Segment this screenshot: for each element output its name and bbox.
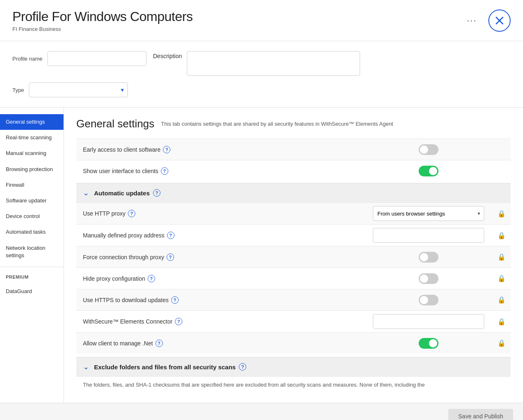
- allow-net-toggle[interactable]: [419, 338, 438, 349]
- profile-name-label: Profile name: [12, 56, 42, 62]
- description-group: Description: [153, 51, 360, 76]
- elements-connector-label: WithSecure™ Elements Connector ?: [76, 313, 365, 330]
- show-ui-help-icon[interactable]: ?: [161, 167, 168, 175]
- show-ui-row: Show user interface to clients ?: [76, 160, 511, 181]
- sidebar-item-general-settings[interactable]: General settings: [0, 114, 64, 130]
- allow-net-row: Allow client to manage .Net ? 🔒: [76, 332, 511, 354]
- early-access-slider: [419, 144, 438, 155]
- lock-icon: 🔒: [497, 318, 506, 326]
- early-access-row: Early access to client software ?: [76, 138, 511, 160]
- early-access-help-icon[interactable]: ?: [163, 146, 170, 153]
- sidebar-item-firewall[interactable]: Firewall: [0, 177, 64, 193]
- show-ui-label: Show user interface to clients ?: [76, 162, 365, 180]
- hide-proxy-help-icon[interactable]: ?: [148, 275, 155, 282]
- sidebar-item-real-time-scanning[interactable]: Real-time scanning: [0, 130, 64, 145]
- exclude-description: The folders, files, and SHA-1 checksums …: [76, 376, 511, 393]
- more-options-button[interactable]: ···: [464, 12, 480, 29]
- force-proxy-help-icon[interactable]: ?: [167, 253, 174, 261]
- proxy-address-input[interactable]: [373, 228, 484, 243]
- https-download-help-icon[interactable]: ?: [171, 296, 179, 304]
- lock-icon: 🔒: [497, 253, 506, 261]
- early-access-label: Early access to client software ?: [76, 141, 365, 158]
- proxy-address-label: Manually defined proxy address ?: [76, 227, 365, 244]
- lock-icon: 🔒: [497, 339, 506, 347]
- sidebar-item-network-location-settings[interactable]: Network location settings: [0, 240, 64, 263]
- hide-proxy-control: [365, 270, 492, 287]
- elements-connector-input[interactable]: [373, 314, 484, 329]
- early-access-toggle[interactable]: [419, 144, 438, 155]
- show-ui-toggle[interactable]: [419, 166, 438, 176]
- allow-net-label: Allow client to manage .Net ?: [76, 335, 365, 352]
- sidebar-item-browsing-protection[interactable]: Browsing protection: [0, 162, 64, 177]
- automatic-updates-expand-icon[interactable]: ⌄: [83, 188, 89, 197]
- profile-name-group: Profile name: [12, 51, 146, 66]
- sidebar-item-device-control[interactable]: Device control: [0, 209, 64, 224]
- page-title: Profile For Windows Computers: [12, 9, 193, 24]
- close-icon: [495, 16, 504, 25]
- https-download-label: Use HTTPS to download updates ?: [76, 291, 365, 309]
- hide-proxy-slider: [419, 273, 438, 284]
- type-label: Type: [12, 87, 24, 93]
- force-proxy-label: Force connection through proxy ?: [76, 249, 365, 266]
- page-subtitle: FI Finance Business: [12, 26, 193, 32]
- proxy-address-help-icon[interactable]: ?: [167, 232, 174, 239]
- sidebar-item-software-updater[interactable]: Software updater: [0, 193, 64, 209]
- exclude-section: ⌄ Exclude folders and files from all sec…: [76, 357, 511, 376]
- automatic-updates-help-icon[interactable]: ?: [153, 189, 160, 197]
- header: Profile For Windows Computers FI Finance…: [0, 0, 523, 41]
- app-container: Profile For Windows Computers FI Finance…: [0, 0, 523, 420]
- elements-connector-control: [365, 311, 492, 332]
- description-input[interactable]: [187, 51, 360, 76]
- force-proxy-row: Force connection through proxy ? 🔒: [76, 246, 511, 267]
- exclude-expand-icon[interactable]: ⌄: [83, 362, 89, 371]
- close-button[interactable]: [488, 9, 511, 32]
- force-proxy-slider: [419, 252, 438, 263]
- https-download-row: Use HTTPS to download updates ? 🔒: [76, 289, 511, 310]
- early-access-control: [365, 141, 492, 158]
- https-download-slider: [419, 295, 438, 305]
- allow-net-control: [365, 335, 492, 352]
- http-proxy-select[interactable]: From users browser settings Manual None: [373, 206, 484, 221]
- section-header: General settings This tab contains setti…: [76, 117, 511, 130]
- lock-icon: 🔒: [497, 210, 506, 218]
- section-title: General settings: [76, 117, 154, 130]
- https-download-toggle[interactable]: [419, 295, 438, 305]
- hide-proxy-toggle[interactable]: [419, 273, 438, 284]
- hide-proxy-row: Hide proxy configuration ? 🔒: [76, 267, 511, 289]
- description-label: Description: [153, 53, 182, 59]
- exclude-help-icon[interactable]: ?: [239, 363, 246, 371]
- sidebar: General settings Real-time scanning Manu…: [0, 108, 64, 403]
- header-left: Profile For Windows Computers FI Finance…: [12, 9, 193, 32]
- proxy-address-row: Manually defined proxy address ? 🔒: [76, 224, 511, 246]
- main-layout: General settings Real-time scanning Manu…: [0, 108, 523, 403]
- hide-proxy-label: Hide proxy configuration ?: [76, 270, 365, 287]
- allow-net-help-icon[interactable]: ?: [155, 340, 163, 347]
- type-row: Type ▾: [12, 82, 511, 97]
- force-proxy-toggle[interactable]: [419, 252, 438, 263]
- type-select[interactable]: [29, 82, 128, 97]
- show-ui-slider: [419, 166, 438, 176]
- profile-name-input[interactable]: [47, 51, 146, 66]
- sidebar-item-dataguard[interactable]: DataGuard: [0, 284, 64, 299]
- allow-net-lock: 🔒: [492, 339, 511, 347]
- https-download-lock: 🔒: [492, 296, 511, 304]
- force-proxy-control: [365, 249, 492, 266]
- http-proxy-label: Use HTTP proxy ?: [76, 205, 365, 222]
- type-group: Type ▾: [12, 82, 128, 97]
- content-area: General settings This tab contains setti…: [64, 108, 523, 403]
- elements-connector-help-icon[interactable]: ?: [175, 318, 182, 325]
- save-publish-button[interactable]: Save and Publish: [448, 409, 513, 420]
- lock-icon: 🔒: [497, 275, 506, 282]
- elements-connector-row: WithSecure™ Elements Connector ? 🔒: [76, 310, 511, 332]
- http-proxy-control: From users browser settings Manual None …: [365, 203, 492, 224]
- section-desc: This tab contains settings that are shar…: [161, 121, 393, 127]
- form-area: Profile name Description Type ▾: [0, 41, 523, 108]
- type-select-wrap: ▾: [29, 82, 128, 97]
- proxy-address-lock: 🔒: [492, 232, 511, 239]
- http-proxy-help-icon[interactable]: ?: [128, 210, 135, 217]
- proxy-address-control: [365, 225, 492, 246]
- lock-icon: 🔒: [497, 232, 506, 239]
- sidebar-item-manual-scanning[interactable]: Manual scanning: [0, 145, 64, 161]
- bottom-bar: Save and Publish: [0, 403, 523, 420]
- sidebar-item-automated-tasks[interactable]: Automated tasks: [0, 224, 64, 240]
